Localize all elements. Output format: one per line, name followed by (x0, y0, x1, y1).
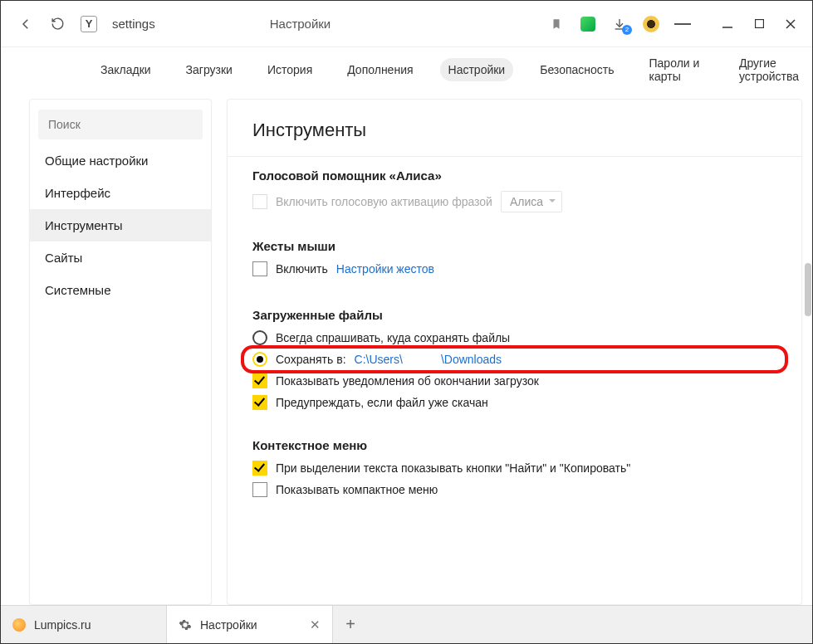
nav-addons[interactable]: Дополнения (339, 58, 421, 81)
yandex-logo-icon: Y (81, 16, 97, 32)
downloads-ask-row: Всегда спрашивать, куда сохранять файлы (252, 330, 776, 345)
nav-security[interactable]: Безопасность (531, 58, 622, 81)
download-path-part2[interactable]: \Downloads (441, 353, 502, 366)
address-text[interactable]: settings (112, 17, 155, 31)
tab-lumpics[interactable]: Lumpics.ru (1, 606, 167, 643)
notify-checkbox[interactable] (252, 373, 267, 388)
warn-label: Предупреждать, если файл уже скачан (276, 396, 488, 409)
tab-close-icon[interactable]: ✕ (310, 617, 321, 632)
downloads-notify-row: Показывать уведомления об окончании загр… (252, 373, 776, 388)
section-mouse-title: Жесты мыши (252, 239, 776, 253)
section-downloads-title: Загруженные файлы (252, 308, 776, 322)
context-opt2-row: Показывать компактное меню (252, 482, 776, 497)
nav-downloads[interactable]: Загрузки (178, 58, 241, 81)
maximize-icon[interactable] (752, 17, 766, 31)
new-tab-button[interactable]: + (333, 606, 368, 643)
mouse-row: Включить Настройки жестов (252, 261, 776, 276)
alice-phrase-dropdown[interactable]: Алиса (501, 191, 562, 212)
panel-heading: Инструменты (252, 120, 776, 141)
profile-avatar[interactable] (643, 16, 659, 32)
lumpics-favicon (12, 618, 26, 632)
alice-row: Включить голосовую активацию фразой Алис… (252, 191, 776, 212)
gear-icon (179, 618, 192, 632)
radio-always-ask-label: Всегда спрашивать, куда сохранять файлы (276, 331, 510, 344)
notify-label: Показывать уведомления об окончании загр… (276, 374, 539, 388)
reload-icon[interactable] (49, 16, 66, 32)
download-path-part1[interactable]: C:\Users\ (355, 353, 403, 366)
downloads-badge: 2 (622, 25, 632, 35)
settings-sidebar: Общие настройки Интерфейс Инструменты Са… (29, 99, 212, 605)
nav-passwords[interactable]: Пароли и карты (641, 51, 713, 88)
warn-checkbox[interactable] (252, 395, 267, 410)
page-title-in-toolbar: Настройки (270, 17, 331, 31)
section-context-title: Контекстное меню (252, 438, 776, 452)
context-opt1-checkbox[interactable] (252, 461, 267, 476)
tab-settings-title: Настройки (200, 618, 301, 632)
sidebar-search (38, 110, 203, 139)
search-input[interactable] (38, 110, 203, 139)
context-opt1-label: При выделении текста показывать кнопки "… (276, 461, 630, 475)
downloads-warn-row: Предупреждать, если файл уже скачан (252, 395, 776, 410)
sidebar-item-sites[interactable]: Сайты (30, 242, 211, 274)
alice-enable-label: Включить голосовую активацию фразой (276, 195, 492, 208)
svg-rect-1 (755, 20, 763, 28)
context-opt2-checkbox[interactable] (252, 482, 267, 497)
mouse-enable-label: Включить (276, 262, 328, 276)
downloads-saveto-row: Сохранять в: C:\Users\ \Downloads (252, 352, 776, 367)
browser-toolbar: Y settings Настройки 2 (1, 1, 812, 47)
tab-lumpics-title: Lumpics.ru (34, 618, 154, 632)
radio-always-ask[interactable] (252, 330, 267, 345)
sidebar-item-interface[interactable]: Интерфейс (30, 177, 211, 209)
settings-nav: Закладки Загрузки История Дополнения Нас… (1, 47, 812, 92)
sidebar-item-tools[interactable]: Инструменты (30, 209, 211, 242)
bookmark-icon[interactable] (548, 16, 565, 32)
section-alice-title: Голосовой помощник «Алиса» (252, 168, 776, 183)
tab-settings[interactable]: Настройки ✕ (167, 606, 333, 643)
mouse-settings-link[interactable]: Настройки жестов (336, 262, 434, 276)
alice-enable-checkbox[interactable] (252, 194, 267, 209)
sidebar-item-system[interactable]: Системные (30, 274, 211, 306)
sidebar-item-general[interactable]: Общие настройки (30, 144, 211, 177)
nav-settings[interactable]: Настройки (440, 58, 514, 81)
radio-save-to[interactable] (252, 352, 267, 367)
radio-save-to-label: Сохранять в: (276, 353, 346, 366)
minimize-icon[interactable] (721, 17, 734, 31)
context-opt1-row: При выделении текста показывать кнопки "… (252, 461, 776, 476)
back-icon[interactable] (17, 16, 34, 32)
extension-icon[interactable] (580, 16, 596, 32)
nav-history[interactable]: История (259, 58, 321, 81)
context-opt2-label: Показывать компактное меню (276, 483, 438, 496)
downloads-icon[interactable]: 2 (611, 16, 628, 32)
scrollbar-thumb[interactable] (805, 263, 811, 316)
nav-bookmarks[interactable]: Закладки (92, 58, 159, 81)
close-icon[interactable] (784, 17, 797, 31)
tab-strip: Lumpics.ru Настройки ✕ + (1, 605, 812, 643)
window-controls (721, 17, 797, 31)
settings-content: Инструменты Голосовой помощник «Алиса» В… (227, 99, 802, 605)
menu-icon[interactable] (674, 16, 691, 32)
nav-devices[interactable]: Другие устройства (731, 51, 812, 88)
mouse-enable-checkbox[interactable] (252, 261, 267, 276)
